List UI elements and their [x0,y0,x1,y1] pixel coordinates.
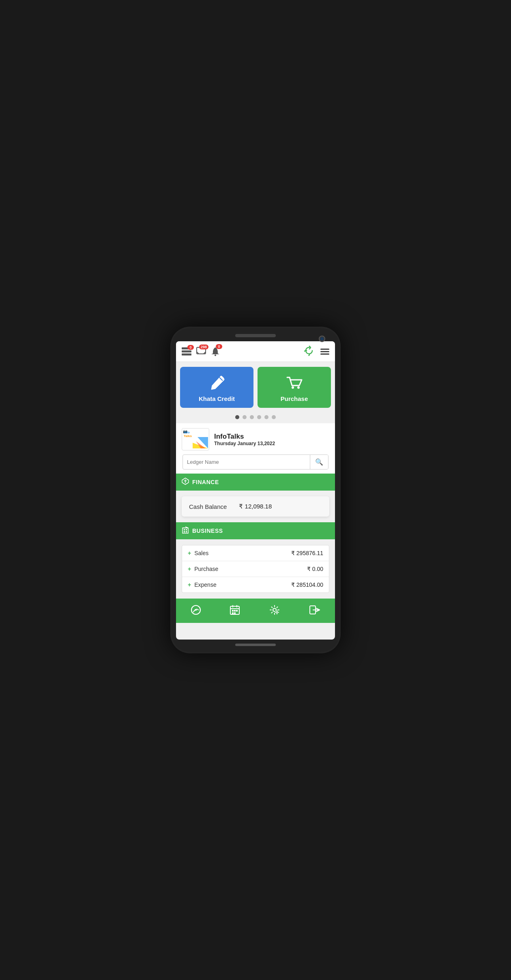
svg-rect-20 [236,610,238,612]
nav-logout[interactable] [303,603,327,620]
svg-point-6 [297,386,300,389]
svg-rect-14 [186,531,187,532]
bell-badge-icon[interactable]: 0 [211,347,220,356]
purchase-button[interactable]: Purchase [258,367,331,408]
dot-2[interactable] [243,415,247,419]
pen-icon [208,374,226,392]
business-section-header: BUSINESS [176,522,335,539]
business-table: + Sales ₹ 295876.11 + Purchase ₹ 0.00 + … [182,545,329,593]
sales-row[interactable]: + Sales ₹ 295876.11 [182,545,329,561]
search-bar: 🔍 [182,454,328,470]
inbox-badge: 298 [199,345,208,349]
stack-badge-icon[interactable]: 0 [182,347,191,355]
company-name: InfoTalks [214,433,275,441]
speedometer-icon [191,605,201,618]
company-logo: 📷 InfoTalks [182,428,209,450]
sales-value: ₹ 295876.11 [291,550,323,556]
business-section: + Sales ₹ 295876.11 + Purchase ₹ 0.00 + … [176,539,335,599]
expense-value: ₹ 285104.00 [291,582,323,588]
inbox-badge-icon[interactable]: 298 [196,347,206,356]
refresh-icon [304,345,315,356]
company-section: 📷 InfoTalks InfoTalks [176,423,335,474]
svg-rect-19 [234,610,236,612]
dot-4[interactable] [257,415,261,419]
dot-6[interactable] [272,415,276,419]
purchase-label: Purchase [194,566,304,572]
search-button[interactable]: 🔍 [310,455,328,469]
company-date: Thursday January 13,2022 [214,441,275,446]
svg-rect-11 [184,529,185,530]
menu-button[interactable] [320,349,329,355]
settings-icon [269,604,280,618]
khata-credit-label: Khata Credit [199,395,235,402]
purchase-row[interactable]: + Purchase ₹ 0.00 [182,561,329,577]
svg-rect-22 [234,612,236,614]
finance-section-header: FINANCE [176,474,335,491]
svg-rect-2 [182,353,191,355]
header-bar: 0 298 [176,341,335,362]
nav-settings[interactable] [262,603,287,620]
expense-expand-icon[interactable]: + [188,582,191,588]
sales-expand-icon[interactable]: + [188,550,191,556]
svg-rect-13 [184,531,185,532]
svg-rect-10 [182,528,188,533]
svg-point-5 [292,386,294,389]
bell-badge: 0 [216,344,222,349]
carousel-dots [176,413,335,423]
dot-3[interactable] [250,415,254,419]
finance-title: FINANCE [192,479,219,485]
calendar-icon [230,605,240,618]
dot-1[interactable] [235,415,239,419]
sales-label: Sales [194,550,288,556]
khata-credit-button[interactable]: Khata Credit [180,367,253,408]
expense-row[interactable]: + Expense ₹ 285104.00 [182,577,329,592]
svg-rect-12 [186,529,187,530]
expense-label: Expense [194,582,288,588]
svg-point-4 [215,355,216,356]
cash-balance-value: ₹ 12,098.18 [239,503,272,510]
cash-balance-card: Cash Balance ₹ 12,098.18 [182,496,329,517]
purchase-label: Purchase [281,395,308,402]
cart-icon [286,374,303,392]
business-title: BUSINESS [192,528,223,534]
purchase-expand-icon[interactable]: + [188,566,191,572]
svg-rect-21 [232,612,234,614]
finance-section: Cash Balance ₹ 12,098.18 [176,491,335,522]
cash-balance-label: Cash Balance [189,503,227,510]
svg-rect-1 [182,351,191,353]
logout-icon [309,604,320,618]
purchase-value: ₹ 0.00 [307,566,323,572]
header-left-icons: 0 298 [182,347,220,356]
quick-actions: Khata Credit Purchase [176,362,335,413]
finance-icon [182,478,189,487]
svg-point-16 [195,609,197,611]
stack-badge: 0 [187,345,194,350]
nav-dashboard[interactable] [184,603,208,619]
bottom-nav [176,599,335,623]
svg-rect-18 [232,610,234,612]
refresh-button[interactable] [304,345,315,358]
building-icon [182,526,189,535]
ledger-search-input[interactable] [183,456,310,468]
nav-calendar[interactable] [223,603,246,619]
dot-5[interactable] [264,415,268,419]
